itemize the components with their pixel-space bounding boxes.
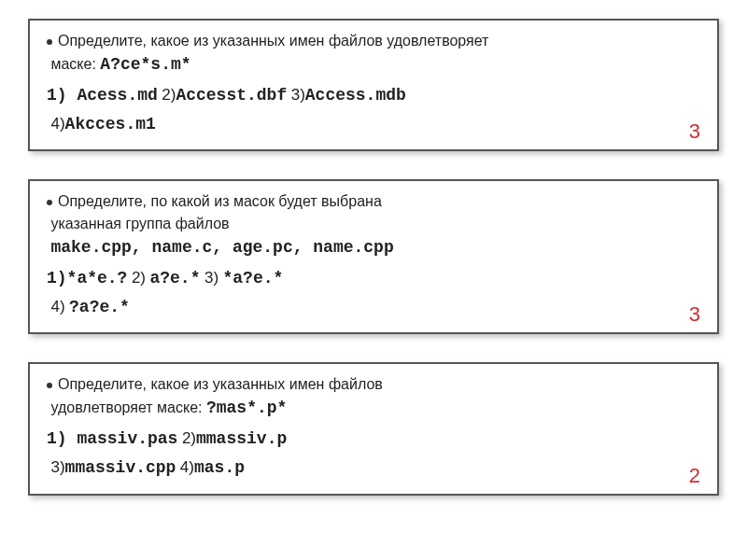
opt-3-1-val: massiv.pas xyxy=(77,429,177,448)
opt-2-4-num: 4) xyxy=(50,298,64,315)
opt-3-4-num: 4) xyxy=(180,458,194,476)
q3-line2-prefix: удовлетворяет маске: xyxy=(50,399,205,415)
question-text-1: Определите, какое из указанных имен файл… xyxy=(47,30,700,77)
opt-1-4-val: Akcces.m1 xyxy=(65,115,156,133)
opt-2-3-num: 3) xyxy=(204,269,218,287)
bullet-icon xyxy=(47,200,52,205)
opt-2-2-num: 2) xyxy=(132,269,146,287)
opt-3-2-num: 2) xyxy=(182,429,196,447)
q2-line1: Определите, по какой из масок будет выбр… xyxy=(58,193,382,209)
opt-3-1-num: 1) xyxy=(47,429,77,448)
opt-1-2-val: Accesst.dbf xyxy=(176,86,287,105)
answer-1: 3 xyxy=(689,119,700,144)
q3-line1: Определите, какое из указанных имен файл… xyxy=(58,376,383,392)
options-3: 1) massiv.pas 2)mmassiv.p 3)mmassiv.cpp … xyxy=(47,425,700,482)
opt-2-3-val: *a?e.* xyxy=(223,269,284,287)
options-2: 1)*a*e.? 2) a?e.* 3) *a?e.* 4) ?a?e.* xyxy=(47,264,700,321)
q2-files: make.cpp, name.c, age.pc, name.cpp xyxy=(50,238,393,257)
q3-mask: ?mas*.p* xyxy=(206,399,287,417)
question-box-1: Определите, какое из указанных имен файл… xyxy=(28,19,719,151)
opt-3-2-val: mmassiv.p xyxy=(196,429,287,448)
bullet-icon xyxy=(47,383,52,388)
bullet-icon xyxy=(47,39,52,45)
q2-line2: указанная группа файлов xyxy=(50,216,229,231)
answer-3: 2 xyxy=(689,464,700,488)
options-1: 1) Acess.md 2)Accesst.dbf 3)Access.mdb 4… xyxy=(47,81,700,138)
opt-3-3-num: 3) xyxy=(50,458,64,476)
opt-1-2-num: 2) xyxy=(162,86,176,104)
question-box-3: Определите, какое из указанных имен файл… xyxy=(28,362,719,495)
answer-2: 3 xyxy=(689,302,700,327)
opt-1-4-num: 4) xyxy=(50,115,64,133)
opt-1-3-val: Access.mdb xyxy=(305,86,406,105)
opt-1-1-val: Acess.md xyxy=(77,86,157,105)
opt-2-1-num: 1) xyxy=(47,269,67,287)
question-box-2: Определите, по какой из масок будет выбр… xyxy=(28,179,719,334)
q1-line1: Определите, какое из указанных имен файл… xyxy=(58,33,488,49)
opt-1-1-num: 1) xyxy=(47,86,77,105)
opt-2-1-val: *a*e.? xyxy=(67,269,128,287)
opt-2-2-val: a?e.* xyxy=(149,269,200,287)
opt-2-4-val: ?a?e.* xyxy=(69,298,130,316)
q1-mask: A?ce*s.m* xyxy=(100,55,190,74)
question-text-2: Определите, по какой из масок будет выбр… xyxy=(47,190,700,260)
opt-3-3-val: mmassiv.cpp xyxy=(65,458,176,477)
opt-3-4-val: mas.p xyxy=(194,458,245,477)
question-text-3: Определите, какое из указанных имен файл… xyxy=(47,373,700,421)
opt-1-3-num: 3) xyxy=(291,86,305,104)
q1-line2-prefix: маске: xyxy=(50,56,100,72)
